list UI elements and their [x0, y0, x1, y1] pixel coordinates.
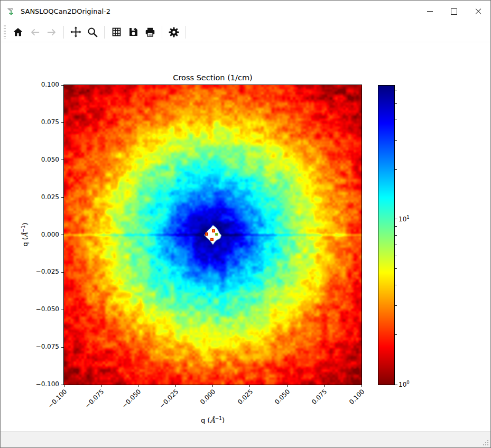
x-tick-label: 0.050: [273, 388, 291, 406]
subplots-button[interactable]: [108, 24, 124, 40]
colorbar-minor-tick: [395, 334, 397, 335]
colorbar-minor-tick: [395, 140, 397, 141]
toolbar-separator: [162, 26, 162, 39]
heatmap-canvas[interactable]: [63, 85, 362, 385]
figure-canvas: Cross Section (1/cm) q (Å−1) q (Å−1) −0.…: [1, 42, 490, 431]
y-tick-mark: [61, 85, 63, 86]
x-tick-mark: [287, 385, 288, 387]
x-tick-mark: [212, 385, 213, 387]
minimize-button[interactable]: [418, 1, 442, 22]
colorbar-major-tick: [395, 219, 397, 219]
y-tick-label: 0.075: [24, 118, 59, 126]
y-tick-label: 0.100: [24, 81, 59, 88]
colorbar-minor-tick: [395, 226, 397, 227]
y-tick-mark: [61, 310, 63, 310]
colorbar-tick-label: 100: [399, 380, 410, 388]
y-tick-label: −0.025: [24, 268, 59, 275]
toolbar-separator: [104, 26, 105, 39]
save-button[interactable]: [125, 24, 141, 40]
y-tick-label: −0.100: [24, 380, 59, 388]
home-icon: [12, 26, 24, 38]
app-logo-icon: [6, 7, 16, 16]
y-tick-mark: [61, 122, 63, 123]
x-tick-label: −0.050: [121, 388, 142, 409]
arrow-right-icon: [46, 26, 58, 38]
x-tick-label: 0.075: [310, 388, 328, 406]
maximize-icon: [451, 8, 457, 15]
x-tick-label: 0.100: [348, 388, 366, 406]
print-button[interactable]: [142, 24, 158, 40]
x-tick-mark: [362, 385, 362, 387]
y-tick-mark: [61, 160, 63, 160]
grid-icon: [111, 26, 122, 38]
y-tick-mark: [61, 272, 63, 273]
app-window: SANSLOQCan2DOriginal-2: [0, 0, 491, 448]
x-tick-label: −0.100: [47, 388, 68, 409]
x-axis-label: q (Å−1): [64, 416, 362, 424]
printer-icon: [144, 26, 156, 38]
toolbar-separator: [63, 26, 64, 39]
close-button[interactable]: [466, 1, 490, 22]
y-tick-label: −0.050: [24, 305, 59, 313]
toolbar-drag-handle[interactable]: [4, 25, 6, 39]
colorbar: [378, 85, 395, 385]
colorbar-minor-tick: [395, 285, 397, 285]
x-tick-mark: [64, 385, 64, 387]
minimize-icon: [427, 11, 433, 12]
y-tick-mark: [61, 197, 63, 198]
window-title: SANSLOQCan2DOriginal-2: [21, 7, 110, 15]
window-controls: [418, 1, 490, 22]
y-tick-label: −0.075: [24, 343, 59, 350]
back-button[interactable]: [27, 24, 43, 40]
titlebar[interactable]: SANSLOQCan2DOriginal-2: [1, 1, 490, 22]
arrow-left-icon: [29, 26, 41, 38]
colorbar-major-tick: [395, 385, 397, 385]
zoom-button[interactable]: [85, 24, 100, 40]
colorbar-tick-label: 101: [399, 214, 410, 223]
x-tick-label: −0.075: [84, 388, 105, 409]
forward-button[interactable]: [44, 24, 60, 40]
x-tick-label: 0.000: [199, 388, 217, 406]
colorbar-minor-tick: [395, 268, 397, 269]
colorbar-minor-tick: [395, 305, 397, 306]
x-tick-mark: [249, 385, 250, 387]
plot-title: Cross Section (1/cm): [64, 73, 362, 82]
home-button[interactable]: [10, 24, 26, 40]
y-tick-label: 0.000: [24, 231, 59, 238]
move-icon: [70, 26, 82, 38]
maximize-button[interactable]: [442, 1, 466, 22]
toolbar-separator: [186, 26, 186, 39]
x-tick-mark: [324, 385, 325, 387]
x-tick-mark: [175, 385, 176, 387]
colorbar-minor-tick: [395, 119, 397, 119]
colorbar-minor-tick: [395, 90, 397, 90]
close-icon: [475, 8, 481, 15]
y-tick-mark: [61, 235, 63, 235]
y-tick-mark: [61, 347, 63, 348]
x-tick-mark: [138, 385, 138, 387]
resize-grip[interactable]: [482, 439, 489, 446]
x-tick-label: −0.025: [158, 388, 180, 409]
y-tick-label: 0.025: [24, 193, 59, 201]
colorbar-minor-tick: [395, 256, 397, 256]
colorbar-minor-tick: [395, 169, 397, 170]
x-tick-mark: [101, 385, 101, 387]
pan-button[interactable]: [68, 24, 84, 40]
colorbar-minor-tick: [395, 245, 397, 245]
x-tick-label: 0.025: [236, 388, 254, 406]
status-bar: [1, 431, 490, 447]
y-tick-label: 0.050: [24, 156, 59, 163]
colorbar-minor-tick: [395, 235, 397, 236]
y-tick-mark: [61, 385, 63, 385]
floppy-icon: [128, 26, 139, 38]
colorbar-minor-tick: [395, 103, 397, 104]
gear-icon: [168, 26, 180, 38]
customize-button[interactable]: [166, 24, 182, 40]
magnifier-icon: [87, 26, 98, 38]
navigation-toolbar: [1, 22, 490, 42]
